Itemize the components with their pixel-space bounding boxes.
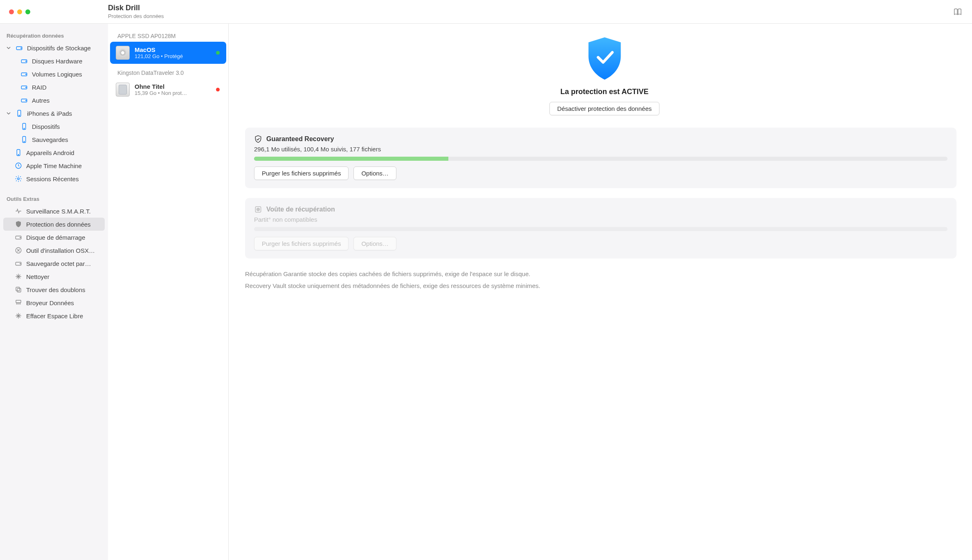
- sidebar-item-label: Outil d'installation OSX…: [26, 247, 101, 254]
- shield-icon: [15, 220, 22, 228]
- sidebar-item-nettoyer[interactable]: Nettoyer: [3, 270, 105, 283]
- sidebar-item-byte-backup[interactable]: Sauvegarde octet par…: [3, 257, 105, 270]
- sidebar-item-duplicates[interactable]: Trouver des doublons: [3, 283, 105, 296]
- svg-point-11: [19, 115, 20, 116]
- deactivate-protection-button[interactable]: Désactiver protection des données: [549, 102, 659, 115]
- sidebar-item-other[interactable]: Autres: [3, 94, 105, 107]
- drive-subtitle: 121,02 Go • Protégé: [135, 53, 183, 59]
- sidebar-item-label: Disque de démarrage: [26, 234, 101, 241]
- book-icon: [953, 7, 962, 16]
- sidebar-item-label: Broyeur Données: [26, 299, 101, 306]
- sidebar-item-osx-installer[interactable]: Outil d'installation OSX…: [3, 244, 105, 257]
- options-button-disabled: Options…: [353, 237, 396, 250]
- sidebar-item-recent-sessions[interactable]: Sessions Récentes: [3, 172, 105, 185]
- heartbeat-icon: [15, 207, 22, 215]
- sidebar-item-label: Volumes Logiques: [32, 71, 101, 78]
- phone-icon: [20, 136, 28, 143]
- phone-icon: [16, 110, 23, 117]
- status-dot-unprotected: [216, 88, 220, 92]
- sidebar-item-hardware-disks[interactable]: Disques Hardware: [3, 54, 105, 67]
- help-button[interactable]: [953, 7, 972, 16]
- sidebar-item-storage-devices[interactable]: Dispositifs de Stockage: [3, 41, 105, 54]
- sidebar-item-label: Nettoyer: [26, 273, 101, 280]
- svg-point-21: [20, 237, 21, 238]
- sidebar-item-free-space[interactable]: Effacer Espace Libre: [3, 309, 105, 322]
- progress-fill: [254, 157, 448, 161]
- drive-icon: [20, 57, 28, 65]
- close-window-button[interactable]: [9, 9, 14, 14]
- sidebar: Récupération données Dispositifs de Stoc…: [0, 24, 108, 560]
- sidebar-item-label: Dispositifs: [32, 123, 101, 130]
- svg-point-7: [26, 87, 27, 88]
- svg-point-5: [26, 74, 27, 75]
- svg-point-19: [18, 178, 20, 180]
- recovery-vault-card: Voûte de récupération Partit° non compat…: [245, 198, 956, 259]
- sparkle-icon: [15, 312, 22, 319]
- drive-item-macos[interactable]: MacOS 121,02 Go • Protégé: [110, 42, 226, 64]
- clock-icon: [15, 162, 22, 169]
- drive-icon: [15, 260, 22, 267]
- sidebar-section-recovery: Récupération données: [3, 29, 105, 41]
- drive-icon: [20, 83, 28, 91]
- phone-icon: [15, 149, 22, 156]
- card-title: Guaranteed Recovery: [266, 135, 334, 143]
- internal-disk-icon: [116, 46, 130, 60]
- sidebar-item-android[interactable]: Appareils Android: [3, 146, 105, 159]
- protection-hero: La protection est ACTIVE Désactiver prot…: [245, 36, 964, 115]
- svg-rect-27: [16, 300, 21, 303]
- card-title: Voûte de récupération: [266, 206, 335, 213]
- purge-deleted-files-button[interactable]: Purger les fichiers supprimés: [254, 166, 349, 180]
- sidebar-item-shredder[interactable]: Broyeur Données: [3, 296, 105, 309]
- svg-point-24: [20, 263, 21, 264]
- zoom-window-button[interactable]: [25, 9, 30, 14]
- sidebar-item-label: Effacer Espace Libre: [26, 313, 101, 319]
- sidebar-item-label: Dispositifs de Stockage: [27, 45, 101, 52]
- sidebar-item-label: Trouver des doublons: [26, 286, 101, 293]
- sidebar-item-data-protection[interactable]: Protection des données: [3, 218, 105, 231]
- sidebar-item-backups[interactable]: Sauvegardes: [3, 133, 105, 146]
- sidebar-item-label: Autres: [32, 97, 101, 104]
- sidebar-item-boot-disk[interactable]: Disque de démarrage: [3, 231, 105, 244]
- titlebar: Disk Drill Protection des données: [0, 0, 972, 24]
- drive-icon: [16, 44, 23, 52]
- storage-progress-bar: [254, 157, 947, 161]
- window-controls: [0, 9, 108, 14]
- shredder-icon: [15, 299, 22, 306]
- copy-icon: [15, 286, 22, 293]
- sidebar-item-raid[interactable]: RAID: [3, 81, 105, 94]
- content-pane: La protection est ACTIVE Désactiver prot…: [229, 24, 972, 560]
- drive-icon: [15, 234, 22, 241]
- x-circle-icon: [15, 247, 22, 254]
- sidebar-item-smart[interactable]: Surveillance S.M.A.R.T.: [3, 205, 105, 218]
- purge-deleted-files-button-disabled: Purger les fichiers supprimés: [254, 237, 349, 250]
- drive-icon: [20, 70, 28, 78]
- sidebar-section-tools: Outils Extras: [3, 193, 105, 205]
- card-stats: Partit° non compatibles: [254, 216, 947, 223]
- options-button[interactable]: Options…: [353, 166, 396, 180]
- svg-rect-25: [16, 287, 20, 291]
- svg-point-17: [18, 155, 19, 155]
- protection-status-title: La protection est ACTIVE: [245, 88, 964, 96]
- title-block: Disk Drill Protection des données: [108, 4, 164, 19]
- sidebar-item-logical-volumes[interactable]: Volumes Logiques: [3, 67, 105, 81]
- sidebar-item-label: RAID: [32, 84, 101, 91]
- shield-outline-icon: [254, 135, 262, 143]
- svg-point-1: [21, 48, 22, 49]
- sidebar-item-iphones-ipads[interactable]: iPhones & iPads: [3, 107, 105, 120]
- drive-group-header: APPLE SSD AP0128M: [110, 29, 226, 42]
- sidebar-item-time-machine[interactable]: Apple Time Machine: [3, 159, 105, 172]
- sidebar-item-label: Surveillance S.M.A.R.T.: [26, 208, 101, 215]
- sidebar-item-devices[interactable]: Dispositifs: [3, 120, 105, 133]
- vault-icon: [254, 205, 262, 214]
- drive-name: Ohne Titel: [135, 83, 187, 90]
- storage-progress-bar: [254, 227, 947, 231]
- shield-check-icon: [585, 36, 624, 81]
- svg-rect-26: [17, 288, 21, 292]
- svg-point-13: [24, 128, 25, 129]
- drive-icon: [20, 97, 28, 104]
- minimize-window-button[interactable]: [17, 9, 22, 14]
- drive-item-ohne-titel[interactable]: Ohne Titel 15,39 Go • Non prot…: [110, 79, 226, 101]
- svg-point-9: [26, 100, 27, 101]
- chevron-down-icon: [7, 46, 11, 50]
- sparkle-icon: [15, 273, 22, 280]
